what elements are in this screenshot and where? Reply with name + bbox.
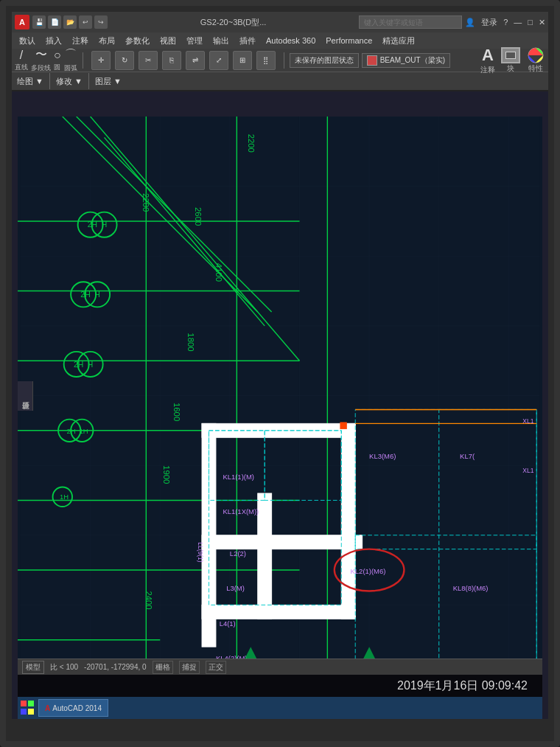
stretch-tool[interactable]: ⤢ — [209, 51, 228, 70]
svg-text:L4(1): L4(1) — [220, 619, 236, 628]
svg-rect-57 — [202, 605, 355, 619]
ortho-status[interactable]: 正交 — [206, 661, 226, 674]
svg-text:LL(9(1): LL(9(1) — [197, 542, 204, 563]
svg-text:XL1: XL1 — [522, 467, 533, 474]
svg-rect-60 — [202, 535, 363, 549]
svg-text:1600: 1600 — [172, 403, 181, 421]
polyline-tool[interactable]: 〜 多段线 — [31, 47, 51, 73]
svg-text:2400: 2400 — [144, 591, 153, 609]
mirror-tool[interactable]: ⇌ — [186, 51, 205, 70]
snap-status[interactable]: 捕捉 — [179, 661, 200, 674]
cad-drawing-area[interactable]: 设计师版 — [18, 117, 542, 675]
svg-text:H: H — [88, 361, 94, 369]
model-status[interactable]: 模型 — [22, 661, 44, 674]
svg-text:2200: 2200 — [141, 193, 150, 212]
taskbar-autocad[interactable]: A AutoCAD 2014 — [38, 699, 108, 717]
menu-plugin[interactable]: 插件 — [235, 34, 260, 48]
line-tool[interactable]: / 直线 — [15, 49, 28, 72]
layer-group-label: 图层 ▼ — [93, 76, 124, 87]
windows-start-icon[interactable] — [21, 701, 35, 715]
polyline-label: 多段线 — [31, 63, 51, 73]
move-tool[interactable]: ✛ — [91, 51, 111, 70]
svg-text:4100: 4100 — [214, 263, 223, 282]
circle-tool[interactable]: ○ 圆 — [54, 49, 61, 72]
circle-icon: ○ — [54, 49, 61, 62]
side-design-tab[interactable]: 设计师版 — [18, 381, 33, 411]
annotation-tool[interactable]: A 注释 — [480, 46, 495, 75]
block-label: 块 — [507, 63, 514, 74]
undo-icon[interactable]: ↩ — [79, 15, 92, 29]
separator1 — [83, 52, 83, 69]
menu-shuren[interactable]: 数认 — [15, 34, 40, 48]
autocad-taskbar-label: AutoCAD 2014 — [52, 704, 102, 712]
svg-rect-59 — [258, 493, 272, 619]
menu-autodesk360[interactable]: Autodesk 360 — [262, 35, 320, 46]
trim-tool[interactable]: ✂ — [139, 51, 158, 70]
properties-tool[interactable]: 特性 — [526, 47, 545, 74]
new-icon[interactable]: 📄 — [48, 15, 61, 29]
open-icon[interactable]: 📂 — [63, 15, 77, 29]
menu-manage[interactable]: 管理 — [182, 34, 207, 48]
menu-annotation[interactable]: 注释 — [68, 34, 93, 48]
polyline-icon: 〜 — [35, 47, 47, 63]
array-tool[interactable]: ⣿ — [256, 51, 276, 70]
search-input[interactable] — [359, 15, 462, 29]
svg-text:2H: 2H — [66, 427, 75, 435]
autocad-taskbar-icon: A — [45, 704, 50, 712]
annotation-icon: A — [482, 46, 494, 65]
svg-text:L3(M): L3(M) — [226, 584, 245, 592]
menu-performance[interactable]: Performance — [321, 35, 377, 46]
redo-icon[interactable]: ↪ — [94, 15, 108, 29]
maximize-icon[interactable]: □ — [528, 18, 533, 27]
grid-status[interactable]: 栅格 — [153, 661, 173, 674]
svg-text:KL1(1)(M): KL1(1)(M) — [223, 473, 254, 481]
svg-text:KL2(1)(M6): KL2(1)(M6) — [351, 567, 386, 575]
svg-text:H: H — [94, 291, 100, 299]
svg-text:KL8(8)(M6): KL8(8)(M6) — [453, 584, 489, 592]
timestamp-bar: 2019年1月16日 09:09:42 — [18, 675, 542, 697]
svg-rect-91 — [340, 422, 346, 428]
draw-group-label: 绘图 ▼ — [15, 76, 46, 87]
right-tools: A 注释 块 — [480, 46, 545, 75]
svg-text:H: H — [102, 220, 108, 229]
block-tool[interactable]: 块 — [501, 47, 520, 74]
autocad-logo: A — [15, 15, 29, 29]
menu-insert[interactable]: 插入 — [41, 34, 66, 48]
svg-text:1800: 1800 — [186, 333, 195, 351]
beam-out-text: BEAM_OUT（梁实) — [380, 55, 445, 66]
svg-text:2H: 2H — [74, 361, 83, 369]
svg-text:XL1: XL1 — [522, 417, 533, 425]
annotation-label: 注释 — [480, 65, 495, 75]
menubar: 数认 插入 注释 布局 参数化 视图 管理 输出 插件 Autodesk 360… — [12, 32, 548, 49]
menu-layout[interactable]: 布局 — [94, 34, 119, 48]
properties-icon — [526, 47, 545, 63]
toolbar-labels: 绘图 ▼ 修改 ▼ 图层 ▼ — [12, 72, 548, 91]
close-icon[interactable]: ✕ — [539, 18, 545, 27]
modify-tools: ✛ ↻ ✂ ⎘ ⇌ ⤢ ⊞ ⣿ — [88, 51, 279, 70]
menu-param[interactable]: 参数化 — [121, 34, 154, 48]
layer-indicator: 未保存的图层状态 — [290, 53, 359, 68]
rotate-tool[interactable]: ↻ — [115, 51, 134, 70]
title-text: GS2-20~3B(D型... — [111, 17, 356, 28]
svg-text:1H: 1H — [60, 493, 69, 501]
save-icon[interactable]: 💾 — [32, 15, 46, 29]
login-label[interactable]: 登录 — [481, 17, 497, 28]
layer-color-box — [367, 55, 377, 66]
minimize-icon[interactable]: — — [514, 18, 522, 27]
block-icon — [501, 47, 520, 63]
scale-tool[interactable]: ⊞ — [233, 51, 252, 70]
copy-tool[interactable]: ⎘ — [162, 51, 181, 70]
timestamp-text: 2019年1月16日 09:09:42 — [397, 678, 528, 694]
arc-tool[interactable]: ⌒ 圆弧 — [64, 47, 77, 73]
help-icon[interactable]: ? — [503, 18, 508, 27]
menu-view[interactable]: 视图 — [155, 34, 181, 48]
separator2 — [284, 52, 284, 69]
menu-output[interactable]: 输出 — [209, 34, 234, 48]
modify-group-label: 修改 ▼ — [54, 76, 85, 87]
cad-svg: 2H H 2H H 2H H 2H 1H — [18, 117, 542, 675]
status-bar: 模型 比 < 100 -20701, -172994, 0 栅格 捕捉 正交 — [18, 659, 542, 675]
coords-status: -20701, -172994, 0 — [84, 663, 147, 671]
monitor-frame: A 💾 📄 📂 ↩ ↪ GS2-20~3B(D型... 👤 登录 ? — □ ✕ — [0, 0, 560, 747]
titlebar: A 💾 📄 📂 ↩ ↪ GS2-20~3B(D型... 👤 登录 ? — □ ✕ — [12, 12, 548, 32]
menu-apps[interactable]: 精选应用 — [378, 34, 419, 48]
